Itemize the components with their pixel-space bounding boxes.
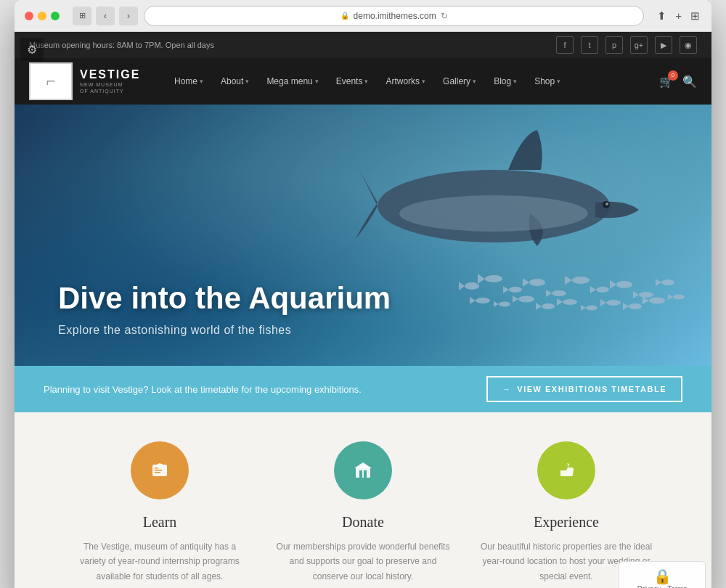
social-facebook[interactable]: f [556,36,574,54]
gear-overlay-button[interactable]: ⚙ [20,38,44,61]
svg-point-24 [476,298,490,303]
svg-rect-51 [359,470,362,478]
cart-button[interactable]: 🛒 0 [659,75,674,89]
banner-text: Planning to visit Vestige? Look at the t… [44,384,362,395]
extensions-button[interactable]: ⊞ [689,8,701,24]
logo-subtitle-line1: NEW MUSEUM [80,81,140,88]
browser-titlebar: ⊞ ‹ › 🔒 demo.imithemes.com ↻ ⬆ + ⊞ [15,0,711,32]
svg-point-8 [509,287,522,293]
svg-point-34 [586,306,597,311]
svg-point-22 [661,279,674,285]
privacy-text: Privacy - Terms [628,585,696,588]
add-tab-button[interactable]: + [674,8,683,23]
nav-right: 🛒 0 🔍 [659,75,697,89]
svg-marker-33 [557,298,563,306]
nav-megamenu[interactable]: Mega menu ▾ [259,70,325,92]
feature-donate: Donate Our memberships provide wonderful… [276,441,450,584]
lock-icon: 🔒 [340,12,349,20]
svg-marker-19 [610,280,616,289]
cart-badge: 0 [668,70,678,81]
svg-marker-29 [513,295,518,303]
fish-school [457,250,690,322]
svg-point-28 [518,296,534,303]
nav-shop[interactable]: Shop ▾ [527,70,568,92]
svg-point-3 [605,203,608,205]
exhibitions-timetable-button[interactable]: → VIEW EXHIBITIONS TIMETABLE [486,376,682,402]
search-icon[interactable]: 🔍 [682,75,697,89]
feature-learn: Learn The Vestige, museum of antiquity h… [73,441,247,584]
svg-rect-48 [165,466,166,470]
svg-marker-21 [633,291,639,298]
grid-view-button[interactable]: ⊞ [73,7,91,25]
svg-point-54 [362,464,364,467]
hero-section: Dive into the Aquarium Explore the aston… [15,105,711,366]
logo-text: VESTIGE NEW MUSEUM OF ANTIQUITY [80,68,140,94]
svg-point-6 [485,275,502,282]
browser-controls: ⊞ ‹ › [73,7,138,25]
events-arrow-icon: ▾ [364,78,368,85]
banner-btn-label: VIEW EXHIBITIONS TIMETABLE [517,385,666,393]
learn-title: Learn [143,514,177,531]
social-pinterest[interactable]: p [605,36,623,54]
svg-rect-47 [155,472,160,473]
nav-events[interactable]: Events ▾ [329,70,376,92]
forward-button[interactable]: › [119,7,138,25]
social-googleplus[interactable]: g+ [630,36,648,54]
svg-point-20 [639,292,653,298]
back-button[interactable]: ‹ [96,7,115,25]
svg-point-4 [465,282,479,290]
svg-point-32 [563,299,577,305]
svg-marker-9 [503,286,509,293]
svg-rect-46 [155,470,162,471]
svg-point-18 [616,281,632,288]
svg-point-40 [649,298,665,304]
svg-marker-37 [600,299,606,306]
svg-point-30 [542,303,555,309]
nav-artworks[interactable]: Artworks ▾ [378,70,433,92]
logo-subtitle-line2: OF ANTIQUITY [80,88,140,94]
svg-point-14 [572,277,590,284]
svg-point-42 [673,295,685,300]
nav-items: Home ▾ About ▾ Mega menu ▾ Events ▾ [167,70,637,92]
social-instagram[interactable]: ◉ [680,36,697,54]
refresh-icon[interactable]: ↻ [441,11,448,21]
donate-icon [334,441,392,499]
svg-point-10 [529,279,545,286]
nav-gallery[interactable]: Gallery ▾ [436,70,484,92]
svg-marker-27 [494,301,499,307]
privacy-notice: 🔒 Privacy - Terms [619,561,706,588]
hero-text-block: Dive into the Aquarium Explore the aston… [58,282,391,337]
top-bar: Museum opening hours: 8AM to 7PM. Open a… [15,32,711,58]
nav-about[interactable]: About ▾ [213,70,256,92]
maximize-button[interactable] [51,12,60,20]
svg-marker-17 [590,286,596,293]
minimize-button[interactable] [38,12,46,20]
features-section: Learn The Vestige, museum of antiquity h… [15,412,711,588]
svg-marker-7 [478,274,485,284]
share-button[interactable]: ⬆ [656,8,668,24]
gallery-arrow-icon: ▾ [473,78,476,85]
logo-box: ⌐ [29,62,73,100]
logo-name: VESTIGE [80,68,140,81]
svg-marker-11 [523,278,529,287]
social-youtube[interactable]: ▶ [655,36,672,54]
banner-btn-arrow: → [502,385,512,393]
experience-icon [537,441,595,499]
artworks-arrow-icon: ▾ [422,78,425,85]
megamenu-arrow-icon: ▾ [315,78,319,85]
logo-area[interactable]: ⌐ VESTIGE NEW MUSEUM OF ANTIQUITY [29,62,145,100]
main-navigation: ⌐ VESTIGE NEW MUSEUM OF ANTIQUITY Home ▾… [15,58,711,105]
svg-marker-13 [546,290,552,297]
opening-hours-text: Museum opening hours: 8AM to 7PM. Open a… [29,41,214,49]
captcha-icon: 🔒 [628,568,696,585]
address-bar[interactable]: 🔒 demo.imithemes.com ↻ [144,6,644,26]
nav-home[interactable]: Home ▾ [167,70,211,92]
hero-title: Dive into the Aquarium [58,282,391,315]
shop-arrow-icon: ▾ [557,78,560,85]
close-button[interactable] [25,12,33,20]
nav-blog[interactable]: Blog ▾ [486,70,524,92]
browser-actions: ⬆ + ⊞ [656,8,701,24]
svg-point-12 [552,290,566,296]
svg-marker-25 [470,297,476,304]
social-twitter[interactable]: t [581,36,598,54]
